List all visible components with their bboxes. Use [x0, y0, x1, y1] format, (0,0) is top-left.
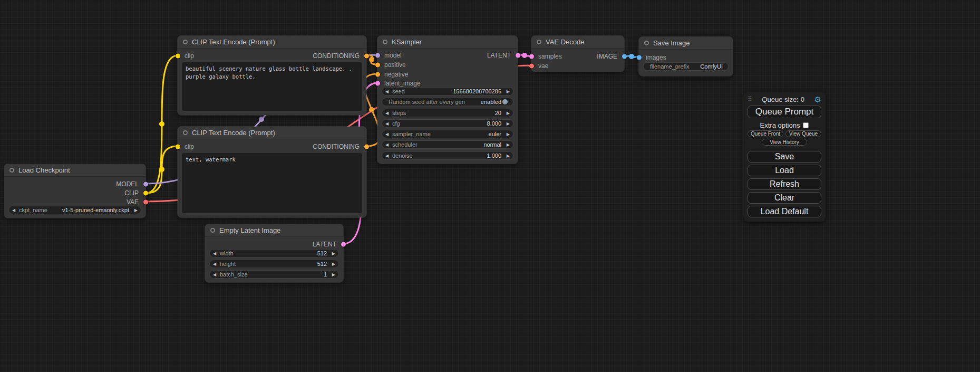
node-empty-latent-image[interactable]: Empty Latent Image LATENT ◀ width 512 ▶ …: [205, 224, 343, 282]
denoise-widget[interactable]: ◀ denoise 1.000 ▶: [382, 151, 513, 160]
latent-output-dot[interactable]: [516, 53, 520, 58]
node-header[interactable]: Save Image: [639, 37, 733, 50]
node-header[interactable]: VAE Decode: [531, 36, 624, 49]
decrement-arrow-icon[interactable]: ◀: [213, 262, 219, 266]
increment-arrow-icon[interactable]: ▶: [504, 121, 510, 126]
negative-input-dot[interactable]: [375, 72, 380, 77]
images-input-dot[interactable]: [637, 55, 642, 60]
decrement-arrow-icon[interactable]: ◀: [385, 154, 391, 158]
latent-output-dot[interactable]: [341, 242, 346, 246]
decrement-arrow-icon[interactable]: ◀: [12, 208, 18, 213]
input-slot-images: images: [639, 53, 666, 62]
latent-image-input-dot[interactable]: [375, 81, 380, 85]
collapse-dot-icon[interactable]: [537, 40, 541, 44]
toggle-dot-icon[interactable]: [502, 99, 508, 104]
node-header[interactable]: CLIP Text Encode (Prompt): [178, 127, 366, 139]
queue-size-value: 0: [801, 96, 804, 103]
output-slot-latent: LATENT: [313, 240, 343, 249]
vae-input-dot[interactable]: [529, 63, 534, 68]
node-clip-text-encode-negative[interactable]: CLIP Text Encode (Prompt) clip CONDITION…: [178, 127, 366, 217]
steps-widget[interactable]: ◀ steps 20 ▶: [382, 109, 513, 117]
load-button[interactable]: Load: [748, 165, 821, 176]
scheduler-widget[interactable]: ◀ scheduler normal ▶: [382, 140, 513, 149]
collapse-dot-icon[interactable]: [183, 40, 188, 44]
node-header[interactable]: KSampler: [377, 36, 518, 49]
clip-input-dot[interactable]: [176, 144, 180, 149]
menu-header: ⠿ Queue size: 0 ⚙: [743, 94, 826, 104]
ckpt-name-widget[interactable]: ◀ ckpt_name v1-5-pruned-emaonly.ckpt ▶: [8, 206, 141, 214]
batch-size-widget[interactable]: ◀ batch_size 1 ▶: [209, 270, 339, 279]
widget-value: 156680208700286: [453, 88, 501, 94]
wire-dot: [259, 117, 264, 122]
cfg-widget[interactable]: ◀ cfg 8.000 ▶: [382, 119, 513, 128]
increment-arrow-icon[interactable]: ▶: [132, 208, 138, 213]
clip-input-dot[interactable]: [176, 53, 180, 58]
collapse-dot-icon[interactable]: [9, 168, 14, 173]
sampler-name-widget[interactable]: ◀ sampler_name euler ▶: [382, 130, 513, 138]
negative-prompt-textarea[interactable]: text, watermark: [182, 153, 362, 213]
width-widget[interactable]: ◀ width 512 ▶: [209, 249, 339, 257]
model-output-dot[interactable]: [143, 182, 148, 186]
input-slot-latent-image: latent_image: [377, 79, 421, 88]
save-button[interactable]: Save: [748, 151, 821, 163]
vae-output-dot[interactable]: [143, 199, 148, 204]
node-header[interactable]: Load Checkpoint: [4, 164, 145, 177]
conditioning-output-dot[interactable]: [364, 53, 369, 58]
load-default-button[interactable]: Load Default: [748, 206, 821, 217]
settings-gear-icon[interactable]: ⚙: [814, 96, 821, 103]
increment-arrow-icon[interactable]: ▶: [504, 142, 510, 147]
increment-arrow-icon[interactable]: ▶: [504, 132, 510, 137]
clear-button[interactable]: Clear: [748, 192, 821, 204]
positive-prompt-textarea[interactable]: beautiful scenery nature glass bottle la…: [182, 62, 362, 111]
slot-label: clip: [185, 52, 194, 60]
queue-prompt-button[interactable]: Queue Prompt: [748, 106, 821, 118]
node-vae-decode[interactable]: VAE Decode samples vae IMAGE: [531, 36, 624, 72]
decrement-arrow-icon[interactable]: ◀: [385, 121, 391, 126]
conditioning-output-dot[interactable]: [364, 144, 369, 149]
increment-arrow-icon[interactable]: ▶: [504, 89, 510, 94]
node-header[interactable]: CLIP Text Encode (Prompt): [178, 36, 366, 49]
samples-input-dot[interactable]: [529, 54, 534, 59]
view-history-button[interactable]: View History: [762, 139, 807, 146]
increment-arrow-icon[interactable]: ▶: [329, 262, 335, 266]
drag-handle-icon[interactable]: ⠿: [748, 96, 752, 103]
queue-front-button[interactable]: Queue Front: [748, 130, 783, 137]
wire-dot: [629, 54, 634, 59]
increment-arrow-icon[interactable]: ▶: [329, 251, 335, 256]
widget-value: 1: [324, 271, 327, 278]
positive-input-dot[interactable]: [375, 62, 380, 67]
random-seed-toggle-widget[interactable]: Random seed after every gen enabled: [382, 98, 513, 106]
decrement-arrow-icon[interactable]: ◀: [385, 132, 391, 137]
refresh-button[interactable]: Refresh: [748, 178, 821, 190]
node-clip-text-encode-positive[interactable]: CLIP Text Encode (Prompt) clip CONDITION…: [178, 36, 366, 115]
extra-options-row: Extra options: [743, 121, 826, 129]
node-save-image[interactable]: Save Image images filename_prefix ComfyU…: [639, 37, 733, 76]
decrement-arrow-icon[interactable]: ◀: [385, 142, 391, 147]
seed-widget[interactable]: ◀ seed 156680208700286 ▶: [382, 87, 513, 96]
decrement-arrow-icon[interactable]: ◀: [385, 111, 391, 116]
decrement-arrow-icon[interactable]: ◀: [213, 272, 219, 277]
collapse-dot-icon[interactable]: [644, 41, 649, 45]
output-slot-clip: CLIP: [124, 188, 145, 197]
collapse-dot-icon[interactable]: [210, 228, 215, 233]
decrement-arrow-icon[interactable]: ◀: [385, 89, 391, 94]
filename-prefix-widget[interactable]: filename_prefix ComfyUI: [643, 62, 729, 71]
view-queue-button[interactable]: View Queue: [785, 130, 821, 137]
node-ksampler[interactable]: KSampler model positive negative latent_…: [377, 36, 518, 164]
collapse-dot-icon[interactable]: [383, 40, 387, 44]
extra-options-checkbox[interactable]: [803, 122, 809, 128]
height-widget[interactable]: ◀ height 512 ▶: [209, 260, 339, 268]
node-load-checkpoint[interactable]: Load Checkpoint MODEL CLIP VAE ◀ ckpt_na…: [4, 164, 145, 218]
increment-arrow-icon[interactable]: ▶: [504, 154, 510, 158]
model-input-dot[interactable]: [375, 53, 380, 58]
image-output-dot[interactable]: [622, 54, 627, 59]
widget-value: enabled: [481, 99, 501, 105]
decrement-arrow-icon[interactable]: ◀: [213, 251, 219, 256]
increment-arrow-icon[interactable]: ▶: [504, 111, 510, 116]
comfy-menu-panel: ⠿ Queue size: 0 ⚙ Queue Prompt Extra opt…: [743, 92, 826, 222]
comfyui-canvas[interactable]: { "icons": { "arrow_left": "◀", "arrow_r…: [0, 0, 980, 372]
node-header[interactable]: Empty Latent Image: [205, 224, 343, 237]
clip-output-dot[interactable]: [143, 190, 148, 195]
increment-arrow-icon[interactable]: ▶: [329, 272, 335, 277]
collapse-dot-icon[interactable]: [183, 130, 188, 135]
